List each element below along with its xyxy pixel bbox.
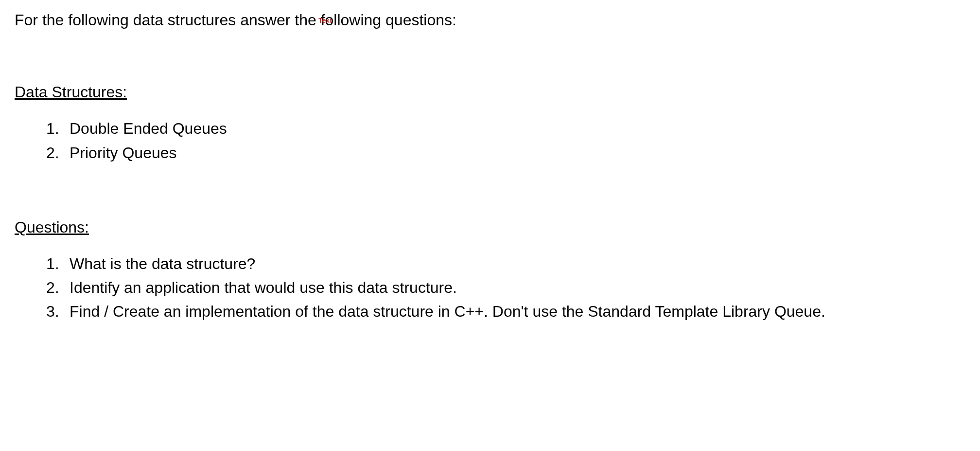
list-item: 3. Find / Create an implementation of th… [46, 301, 965, 322]
red-text-marker: Text [318, 16, 332, 25]
item-text: What is the data structure? [70, 253, 965, 274]
item-number: 2. [46, 143, 70, 163]
item-text: Identify an application that would use t… [70, 277, 965, 298]
item-number: 1. [46, 118, 70, 139]
intro-paragraph: For the following data structures answer… [15, 10, 965, 31]
item-text: Find / Create an implementation of the d… [70, 301, 965, 322]
item-text: Priority Queues [70, 143, 965, 163]
list-item: 1. Double Ended Queues [46, 118, 965, 139]
questions-heading: Questions: [15, 217, 965, 238]
list-item: 1. What is the data structure? [46, 253, 965, 274]
list-item: 2. Priority Queues [46, 143, 965, 163]
intro-text: For the following data structures answer… [15, 11, 456, 29]
questions-list: 1. What is the data structure? 2. Identi… [15, 253, 965, 323]
list-item: 2. Identify an application that would us… [46, 277, 965, 298]
data-structures-heading: Data Structures: [15, 82, 965, 103]
item-number: 2. [46, 277, 70, 298]
item-text: Double Ended Queues [70, 118, 965, 139]
item-number: 1. [46, 253, 70, 274]
data-structures-list: 1. Double Ended Queues 2. Priority Queue… [15, 118, 965, 163]
item-number: 3. [46, 301, 70, 322]
